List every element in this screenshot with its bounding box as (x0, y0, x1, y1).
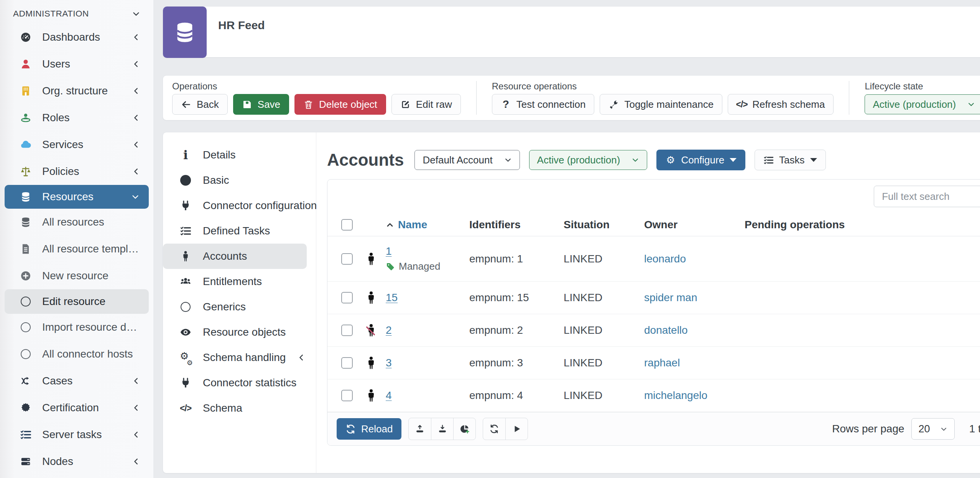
back-button[interactable]: Back (172, 94, 228, 115)
sidebar-item-label: Edit resource (42, 295, 140, 308)
dashboard-icon (20, 31, 31, 43)
pie-chart-plus-icon (460, 424, 470, 434)
sidebar-item-new-resource[interactable]: New resource (0, 262, 153, 289)
owner-link[interactable]: leonardo (644, 253, 686, 265)
row-checkbox[interactable] (341, 357, 353, 369)
accounts-lifecycle-select[interactable]: Active (production) (529, 150, 648, 170)
tab-details[interactable]: i Details (163, 142, 312, 168)
reload-button[interactable]: Reload (337, 418, 401, 440)
owner-link[interactable]: donatello (644, 324, 688, 336)
rows-per-page-select[interactable]: 20 (911, 418, 955, 440)
tab-basic[interactable]: Basic (163, 168, 312, 193)
certification-seal-icon (20, 402, 31, 414)
test-connection-button[interactable]: ? Test connection (492, 94, 595, 115)
sidebar-item-certification[interactable]: Certification (0, 394, 153, 421)
resource-tile (163, 7, 207, 58)
download-icon (437, 424, 447, 434)
object-class-select[interactable]: Default Account (414, 150, 520, 170)
row-checkbox[interactable] (341, 253, 353, 265)
account-name-link[interactable]: 15 (386, 292, 398, 303)
account-name-link[interactable]: 1 (386, 245, 392, 257)
column-header-owner[interactable]: Owner (644, 219, 745, 231)
reload-button-label: Reload (361, 423, 393, 435)
upload-button[interactable] (409, 418, 431, 440)
column-header-pending-operations[interactable]: Pending operations (745, 219, 980, 231)
tasks-checklist-icon (763, 155, 774, 165)
trash-icon (303, 99, 314, 110)
tab-connector-configuration[interactable]: Connector configuration (163, 193, 312, 218)
delete-object-button[interactable]: Delete object (294, 94, 386, 115)
sidebar-item-users[interactable]: Users (0, 51, 153, 77)
row-checkbox[interactable] (341, 325, 353, 336)
save-button[interactable]: Save (233, 94, 289, 115)
refresh-schema-label: Refresh schema (752, 99, 825, 110)
column-header-situation[interactable]: Situation (564, 219, 644, 231)
sidebar-item-label: Resources (42, 191, 120, 203)
sidebar-item-all-resource-templates[interactable]: All resource templates (0, 236, 153, 262)
account-name-link[interactable]: 2 (386, 324, 392, 336)
edit-raw-button[interactable]: Edit raw (391, 94, 461, 115)
refresh-schema-button[interactable]: </> Refresh schema (728, 94, 834, 115)
sidebar-item-resources[interactable]: Resources (5, 185, 149, 209)
tab-schema[interactable]: </> Schema (163, 396, 312, 421)
lifecycle-state-select[interactable]: Active (production) (865, 94, 980, 114)
sidebar-item-services[interactable]: Services (0, 131, 153, 158)
toggle-maintenance-button[interactable]: Toggle maintenance (600, 94, 722, 115)
edit-raw-button-label: Edit raw (416, 99, 452, 110)
tab-connector-statistics[interactable]: Connector statistics (163, 370, 312, 396)
run-button[interactable] (505, 418, 528, 440)
sidebar-item-import-resource-definition[interactable]: Import resource definit… (0, 314, 153, 341)
sidebar-item-dashboards[interactable]: Dashboards (0, 24, 153, 51)
row-checkbox[interactable] (341, 292, 353, 303)
upload-icon (415, 424, 425, 434)
sidebar-item-server-tasks[interactable]: Server tasks (0, 421, 153, 448)
table-row: 3 empnum: 3 LINKED raphael (327, 347, 980, 379)
sidebar-item-edit-resource[interactable]: Edit resource (5, 289, 149, 314)
sidebar-item-cases[interactable]: Cases (0, 368, 153, 394)
select-all-checkbox[interactable] (341, 219, 353, 231)
configure-button-label: Configure (681, 154, 724, 166)
create-report-button[interactable] (453, 418, 475, 440)
chevron-left-icon (297, 353, 306, 362)
sidebar-section-header[interactable]: ADMINISTRATION (0, 4, 153, 24)
sidebar-item-all-connector-hosts[interactable]: All connector hosts (0, 341, 153, 368)
wrench-icon (608, 99, 619, 110)
fulltext-search-input[interactable] (874, 186, 980, 207)
owner-link[interactable]: michelangelo (644, 389, 707, 401)
tab-resource-objects[interactable]: Resource objects (163, 320, 312, 345)
chevron-left-icon (132, 404, 140, 412)
tab-schema-handling[interactable]: ⚙⚙ Schema handling (163, 345, 312, 370)
tasks-button[interactable]: Tasks (755, 150, 825, 170)
owner-link[interactable]: raphael (644, 357, 680, 369)
chevron-down-icon (132, 10, 140, 18)
tab-generics[interactable]: Generics (163, 294, 312, 320)
sidebar-item-all-resources[interactable]: All resources (0, 209, 153, 236)
configure-button[interactable]: ⚙ Configure (656, 150, 745, 170)
column-header-identifiers[interactable]: Identifiers (469, 219, 564, 231)
tab-entitlements[interactable]: Entitlements (163, 269, 312, 294)
tab-defined-tasks[interactable]: Defined Tasks (163, 218, 312, 244)
sidebar-item-roles[interactable]: Roles (0, 104, 153, 131)
column-header-name[interactable]: Name (386, 219, 469, 231)
info-icon: i (180, 149, 191, 161)
chevron-left-icon (132, 87, 140, 95)
refresh-button[interactable] (483, 418, 505, 440)
download-button[interactable] (431, 418, 453, 440)
sidebar-item-org-structure[interactable]: Org. structure (0, 77, 153, 104)
identifiers-cell: empnum: 1 (469, 253, 564, 265)
tab-accounts[interactable]: Accounts (163, 244, 307, 269)
caret-down-icon (810, 158, 817, 162)
row-checkbox[interactable] (341, 390, 353, 401)
sidebar-item-policies[interactable]: Policies (0, 158, 153, 185)
sidebar-item-label: All connector hosts (42, 348, 140, 360)
sidebar-item-nodes[interactable]: Nodes (0, 448, 153, 475)
sidebar-item-label: Services (42, 138, 121, 151)
owner-link[interactable]: spider man (644, 292, 697, 303)
server-nodes-icon (20, 456, 31, 467)
arrow-left-icon (181, 99, 191, 110)
account-name-link[interactable]: 4 (386, 389, 392, 401)
eye-icon (180, 326, 191, 338)
sidebar-item-label: All resources (42, 216, 140, 228)
account-name-link[interactable]: 3 (386, 357, 392, 369)
tab-label: Resource objects (203, 326, 304, 338)
